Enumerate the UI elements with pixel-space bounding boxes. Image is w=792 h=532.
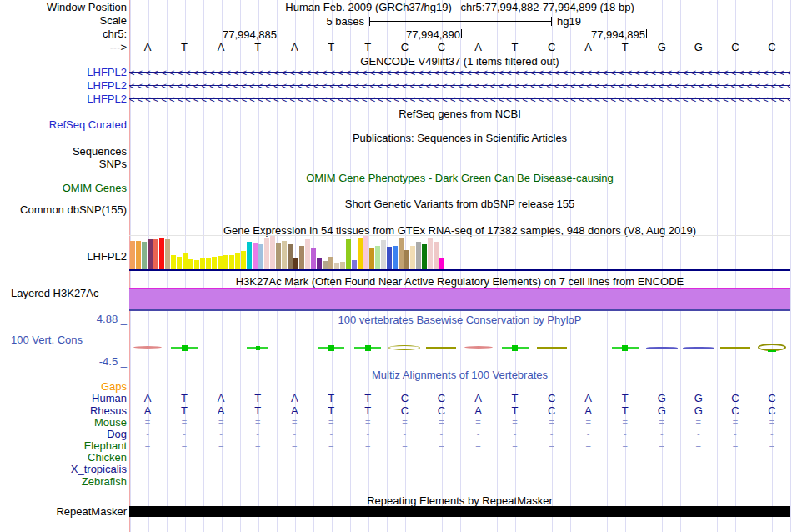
track-label-gtex-lhfpl2[interactable]: LHFPL2 bbox=[0, 251, 127, 262]
multiz-label-zebrafish[interactable]: Zebrafish bbox=[0, 476, 127, 487]
gtex-bar[interactable] bbox=[299, 246, 304, 269]
gtex-bar[interactable] bbox=[264, 238, 269, 269]
multiz-cell: - bbox=[496, 429, 534, 439]
gtex-expression-barchart[interactable] bbox=[129, 235, 790, 269]
gtex-bar[interactable] bbox=[404, 250, 409, 269]
gtex-bar[interactable] bbox=[428, 238, 433, 269]
conservation-mark-shape bbox=[720, 347, 750, 349]
track-label-conservation[interactable]: 100 Vert. Cons bbox=[11, 334, 83, 345]
track-title-dbsnp: Short Genetic Variants from dbSNP releas… bbox=[129, 198, 790, 209]
gtex-bar[interactable] bbox=[422, 244, 427, 269]
multiz-cell: T bbox=[349, 393, 387, 404]
gene-label-lhfpl2-3[interactable]: LHFPL2 bbox=[0, 93, 127, 104]
gtex-bar[interactable] bbox=[311, 248, 316, 269]
gtex-bar[interactable] bbox=[387, 247, 392, 269]
track-label-omim-genes[interactable]: OMIM Genes bbox=[0, 183, 127, 193]
gtex-bar[interactable] bbox=[369, 248, 374, 269]
conservation-mark-shape bbox=[622, 345, 628, 351]
gtex-bar[interactable] bbox=[375, 246, 380, 269]
gtex-bar[interactable] bbox=[148, 239, 153, 269]
gtex-bar[interactable] bbox=[288, 244, 293, 269]
gtex-bar[interactable] bbox=[358, 238, 363, 269]
gtex-bar[interactable] bbox=[130, 241, 135, 269]
multiz-cell: - bbox=[349, 429, 387, 439]
multiz-cell: = bbox=[276, 417, 313, 428]
gene-label-lhfpl2-1[interactable]: LHFPL2 bbox=[0, 67, 127, 78]
gtex-bar[interactable] bbox=[218, 256, 223, 269]
gene-model-lhfpl2-1[interactable]: <<<<<<<<<<<<<<<<<<<<<<<<<<<<<<<<<<<<<<<<… bbox=[129, 68, 790, 78]
multiz-label-rhesus[interactable]: Rhesus bbox=[0, 405, 127, 416]
multiz-cell: = bbox=[533, 440, 570, 451]
track-title-repeatmasker: Repeating Elements by RepeatMasker bbox=[129, 495, 790, 506]
gtex-bar[interactable] bbox=[305, 239, 310, 269]
gtex-bar[interactable] bbox=[136, 241, 141, 269]
multiz-cell: = bbox=[129, 417, 167, 428]
gtex-bar[interactable] bbox=[183, 253, 188, 269]
multiz-label-dog[interactable]: Dog bbox=[0, 429, 127, 439]
track-label-sequences[interactable]: Sequences bbox=[0, 146, 127, 157]
conservation-mark-shape bbox=[328, 345, 334, 351]
track-label-snps[interactable]: SNPs bbox=[0, 158, 127, 169]
multiz-label-gaps[interactable]: Gaps bbox=[0, 381, 127, 392]
gtex-bar[interactable] bbox=[142, 242, 147, 269]
gtex-bar[interactable] bbox=[270, 236, 275, 269]
multiz-cell: T bbox=[313, 393, 350, 404]
gene-model-lhfpl2-2[interactable]: <<<<<<<<<<<<<<<<<<<<<<<<<<<<<<<<<<<<<<<<… bbox=[129, 81, 790, 91]
track-title-publications: Publications: Sequences in Scientific Ar… bbox=[129, 133, 790, 143]
multiz-cell: G bbox=[643, 393, 680, 404]
multiz-cell: T bbox=[166, 405, 203, 416]
gtex-gene-model-line[interactable] bbox=[129, 269, 790, 271]
gtex-bar[interactable] bbox=[229, 255, 234, 269]
multiz-cell: = bbox=[166, 440, 203, 451]
conservation-mark-shape bbox=[365, 345, 371, 351]
gtex-bar[interactable] bbox=[206, 258, 211, 269]
gtex-bar[interactable] bbox=[258, 244, 263, 269]
gtex-bar[interactable] bbox=[247, 242, 252, 269]
gtex-bar[interactable] bbox=[212, 257, 217, 269]
gtex-bar[interactable] bbox=[235, 253, 240, 269]
gtex-bar[interactable] bbox=[276, 243, 281, 269]
multiz-label-x_tropicalis[interactable]: X_tropicalis bbox=[0, 464, 127, 474]
repeatmasker-element-bar[interactable] bbox=[129, 506, 790, 517]
gtex-bar[interactable] bbox=[282, 241, 287, 269]
multiz-label-chicken[interactable]: Chicken bbox=[0, 452, 127, 463]
gtex-bar[interactable] bbox=[241, 251, 246, 269]
track-label-common-dbsnp[interactable]: Common dbSNP(155) bbox=[0, 204, 127, 215]
multiz-label-human[interactable]: Human bbox=[0, 393, 127, 404]
gtex-bar[interactable] bbox=[346, 239, 351, 269]
multiz-cell: T bbox=[313, 405, 350, 416]
gtex-bar[interactable] bbox=[393, 246, 398, 269]
row-label-chrom: chr5: bbox=[0, 28, 127, 39]
gtex-bar[interactable] bbox=[363, 236, 368, 269]
gtex-bar[interactable] bbox=[381, 240, 386, 269]
track-label-refseq-curated[interactable]: RefSeq Curated bbox=[0, 119, 127, 130]
conservation-mark bbox=[386, 340, 423, 355]
gtex-bar[interactable] bbox=[253, 243, 258, 269]
h3k27ac-signal-bar[interactable] bbox=[129, 288, 790, 311]
multiz-cell: A bbox=[129, 393, 167, 404]
gtex-bar[interactable] bbox=[159, 238, 164, 269]
gtex-bar[interactable] bbox=[153, 239, 158, 269]
gtex-bar[interactable] bbox=[177, 257, 182, 269]
multiz-label-mouse[interactable]: Mouse bbox=[0, 417, 127, 428]
multiz-cell: = bbox=[349, 417, 387, 428]
base-letter: A bbox=[276, 42, 313, 53]
gtex-bar[interactable] bbox=[439, 258, 444, 269]
multiz-label-elephant[interactable]: Elephant bbox=[0, 440, 127, 451]
multiz-cell: = bbox=[679, 417, 717, 428]
gtex-bar[interactable] bbox=[223, 255, 228, 269]
multiz-cell: = bbox=[606, 417, 644, 428]
track-label-h3k27ac[interactable]: Layered H3K27Ac bbox=[11, 288, 99, 299]
gene-model-lhfpl2-3[interactable]: <<<<<<<<<<<<<<<<<<<<<<<<<<<<<<<<<<<<<<<<… bbox=[129, 94, 790, 104]
gtex-bar[interactable] bbox=[434, 242, 439, 269]
gtex-bar[interactable] bbox=[416, 242, 421, 269]
gene-label-lhfpl2-2[interactable]: LHFPL2 bbox=[0, 80, 127, 91]
track-label-repeatmasker[interactable]: RepeatMasker bbox=[0, 506, 127, 517]
gtex-bar[interactable] bbox=[410, 246, 415, 269]
base-letter: T bbox=[496, 42, 534, 53]
gtex-bar[interactable] bbox=[328, 257, 333, 269]
multiz-cell: C bbox=[423, 393, 460, 404]
gtex-bar[interactable] bbox=[399, 238, 404, 269]
gtex-bar[interactable] bbox=[171, 255, 176, 269]
gtex-bar[interactable] bbox=[165, 239, 170, 269]
